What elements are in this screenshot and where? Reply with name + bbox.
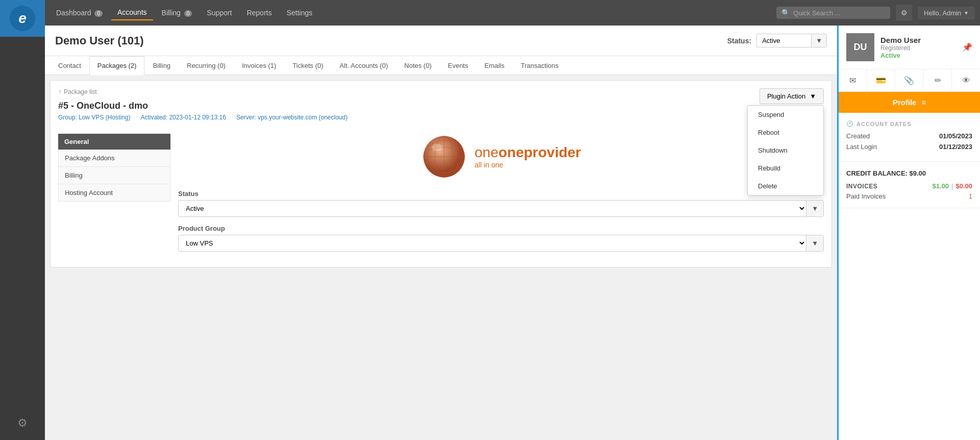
settings-icon-button[interactable]: ⚙ — [896, 5, 912, 21]
package-sidebar-nav: General Package Addons Billing Hosting A… — [58, 134, 170, 259]
dropdown-item-suspend[interactable]: Suspend — [748, 106, 823, 124]
package-content: General Package Addons Billing Hosting A… — [58, 134, 824, 259]
status-select[interactable]: Active Suspended Terminated — [757, 34, 811, 47]
user-header: Demo User (101) Status: Active Suspended… — [45, 26, 837, 56]
edit-action-button[interactable]: ✏ — [924, 69, 952, 91]
dropdown-item-delete[interactable]: Delete — [748, 177, 823, 195]
logo-letter: e — [18, 10, 27, 27]
tab-alt-accounts[interactable]: Alt. Accounts (0) — [331, 56, 396, 75]
nav-item-billing[interactable]: Billing — [58, 167, 170, 184]
package-section: ↑ Package list #5 - OneCloud - dmo Group… — [50, 80, 832, 267]
page-title: Demo User (101) — [55, 34, 144, 47]
invoices-amounts: $1.00 | $0.00 — [933, 182, 972, 190]
action-icons-bar: ✉ 💳 📎 ✏ 👁 — [839, 69, 980, 92]
user-status-right: Active — [880, 52, 921, 59]
tab-billing[interactable]: Billing — [144, 56, 179, 75]
nav-item-hosting-account[interactable]: Hosting Account — [58, 184, 170, 202]
app-logo[interactable]: e — [0, 0, 45, 37]
oneprovider-logo: oneoneprovider all in one — [421, 134, 581, 180]
status-field-arrow-icon: ▼ — [806, 201, 823, 216]
product-group-select[interactable]: Low VPS High VPS — [179, 235, 806, 251]
package-server[interactable]: Server: vps.your-website.com (onecloud) — [236, 114, 348, 121]
package-activated: Activated: 2023-01-12 09:13:16 — [140, 114, 226, 121]
product-group-form-group: Product Group Low VPS High VPS ▼ — [178, 225, 824, 252]
billing-action-button[interactable]: 💳 — [867, 69, 896, 91]
package-group[interactable]: Group: Low VPS (Hosting) — [58, 114, 130, 121]
plugin-action-container: Plugin Action ▼ Suspend Reboot Shutdown … — [760, 88, 824, 104]
nav-item-dashboard[interactable]: Dashboard 0 — [50, 6, 109, 20]
package-list-link[interactable]: ↑ Package list — [58, 88, 348, 95]
search-box: 🔍 — [776, 7, 890, 19]
nav-item-support[interactable]: Support — [201, 6, 238, 20]
content-area: Demo User (101) Status: Active Suspended… — [45, 26, 980, 440]
profile-menu-icon: ≡ — [921, 98, 926, 107]
tab-transactions[interactable]: Transactions — [512, 56, 567, 75]
clock-icon: 🕐 — [846, 120, 854, 127]
dropdown-item-rebuild[interactable]: Rebuild — [748, 159, 823, 177]
svg-point-7 — [431, 144, 443, 151]
dropdown-item-shutdown[interactable]: Shutdown — [748, 141, 823, 159]
provider-name: oneoneprovider — [475, 144, 581, 161]
search-input[interactable] — [793, 9, 885, 17]
tab-notes[interactable]: Notes (0) — [396, 56, 439, 75]
provider-tagline: all in one — [475, 161, 581, 169]
status-label: Status: — [727, 37, 751, 45]
email-action-button[interactable]: ✉ — [839, 69, 867, 91]
paid-invoices-count: 1 — [969, 192, 972, 200]
invoices-row: INVOICES $1.00 | $0.00 — [846, 182, 972, 190]
plugin-action-button[interactable]: Plugin Action ▼ — [760, 88, 824, 104]
arrow-up-icon: ↑ — [58, 88, 61, 95]
nav-item-reports[interactable]: Reports — [240, 6, 278, 20]
dropdown-item-reboot[interactable]: Reboot — [748, 124, 823, 141]
main-container: Dashboard 0 Accounts Billing 0 Support R… — [45, 0, 980, 440]
account-dates-title: 🕐 ACCOUNT DATES — [846, 120, 972, 127]
status-form-group: Status Active Suspended Terminated ▼ — [178, 190, 824, 217]
package-main-content: oneoneprovider all in one Status — [178, 134, 824, 259]
status-area: Status: Active Suspended Terminated ▼ — [727, 34, 827, 47]
nav-general-title: General — [58, 134, 170, 150]
pin-icon[interactable]: 📌 — [962, 42, 972, 52]
nav-item-billing[interactable]: Billing 0 — [156, 6, 199, 20]
tabs-bar: Contact Packages (2) Billing Recurring (… — [45, 56, 837, 75]
created-value: 01/05/2023 — [939, 132, 972, 140]
status-dropdown-arrow-icon: ▼ — [811, 34, 826, 47]
invoices-paid: $1.00 — [933, 182, 949, 190]
credit-invoices-section: CREDIT BALANCE: $9.00 INVOICES $1.00 | $… — [839, 162, 980, 208]
tab-invoices[interactable]: Invoices (1) — [234, 56, 284, 75]
created-label: Created — [846, 132, 870, 140]
tab-tickets[interactable]: Tickets (0) — [284, 56, 331, 75]
tab-events[interactable]: Events — [439, 56, 476, 75]
tab-recurring[interactable]: Recurring (0) — [179, 56, 234, 75]
product-group-label: Product Group — [178, 225, 824, 232]
sidebar-gear-icon[interactable]: ⚙ — [17, 417, 28, 430]
package-meta: Group: Low VPS (Hosting) Activated: 2023… — [58, 114, 348, 121]
last-login-row: Last Login 01/12/2023 — [846, 143, 972, 151]
notes-action-button[interactable]: 📎 — [895, 69, 924, 91]
profile-button[interactable]: Profile ≡ — [839, 92, 980, 113]
right-panel: DU Demo User Registered Active 📌 ✉ 💳 📎 ✏… — [837, 26, 980, 440]
account-dates-section: 🕐 ACCOUNT DATES Created 01/05/2023 Last … — [839, 113, 980, 162]
paid-invoices-row: Paid Invoices 1 — [846, 192, 972, 200]
tab-packages[interactable]: Packages (2) — [89, 56, 145, 75]
package-header: ↑ Package list #5 - OneCloud - dmo Group… — [58, 88, 824, 129]
status-field-select[interactable]: Active Suspended Terminated — [179, 201, 806, 216]
view-action-button[interactable]: 👁 — [952, 69, 980, 91]
tab-contact[interactable]: Contact — [50, 56, 89, 75]
search-icon: 🔍 — [781, 9, 790, 17]
status-field-wrapper[interactable]: Active Suspended Terminated ▼ — [178, 200, 824, 217]
user-name-right: Demo User — [880, 36, 921, 44]
avatar: DU — [846, 33, 874, 61]
user-registered-label: Registered — [880, 44, 921, 52]
nav-item-settings[interactable]: Settings — [280, 6, 318, 20]
admin-menu-button[interactable]: Hello, Admin ▼ — [918, 7, 975, 19]
product-group-wrapper[interactable]: Low VPS High VPS ▼ — [178, 235, 824, 252]
package-title: #5 - OneCloud - dmo — [58, 101, 348, 111]
last-login-value: 01/12/2023 — [939, 143, 972, 151]
nav-item-accounts[interactable]: Accounts — [111, 5, 153, 20]
provider-logo-area: oneoneprovider all in one — [178, 134, 824, 180]
status-dropdown[interactable]: Active Suspended Terminated ▼ — [756, 34, 827, 47]
created-row: Created 01/05/2023 — [846, 132, 972, 140]
tab-emails[interactable]: Emails — [476, 56, 512, 75]
credit-balance-row: CREDIT BALANCE: $9.00 — [846, 169, 972, 177]
nav-item-package-addons[interactable]: Package Addons — [58, 150, 170, 167]
